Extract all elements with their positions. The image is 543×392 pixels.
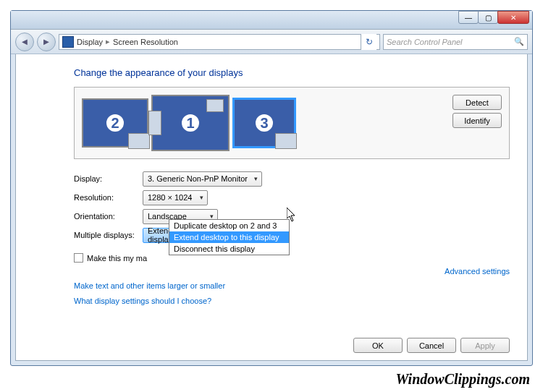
maximize-button[interactable]: ▢ — [478, 11, 498, 24]
search-placeholder: Search Control Panel — [387, 38, 463, 46]
content-area: Change the appearance of your displays 2… — [15, 54, 528, 361]
nav-bar: ◄ ► Display ▸ Screen Resolution ↻ Search… — [11, 30, 532, 54]
dropdown-option-extend[interactable]: Extend desktop to this display — [169, 231, 289, 243]
cancel-button[interactable]: Cancel — [407, 338, 456, 353]
monitor-1[interactable]: 1 — [151, 95, 230, 151]
make-main-label: Make this my ma — [87, 254, 147, 263]
resolution-select[interactable]: 1280 × 1024 — [143, 190, 208, 205]
resolution-label: Resolution: — [74, 193, 143, 202]
chevron-right-icon: ▸ — [106, 37, 110, 46]
dropdown-option-duplicate[interactable]: Duplicate desktop on 2 and 3 — [169, 220, 289, 231]
monitor-number: 1 — [180, 112, 201, 134]
monitor-number: 2 — [104, 112, 126, 134]
multiple-displays-dropdown: Duplicate desktop on 2 and 3 Extend desk… — [169, 219, 290, 255]
display-label: Display: — [74, 174, 143, 183]
close-button[interactable]: ✕ — [497, 11, 529, 24]
window-thumbnail-icon — [128, 133, 150, 149]
monitor-2[interactable]: 2 — [82, 98, 148, 148]
help-link[interactable]: What display settings should I choose? — [74, 294, 510, 309]
dropdown-option-disconnect[interactable]: Disconnect this display — [169, 243, 289, 255]
address-bar[interactable]: Display ▸ Screen Resolution ↻ — [59, 34, 380, 50]
ok-button[interactable]: OK — [353, 338, 403, 353]
breadcrumb-display[interactable]: Display — [77, 38, 103, 46]
minimize-button[interactable]: — — [458, 11, 479, 24]
text-size-link[interactable]: Make text and other items larger or smal… — [74, 278, 510, 294]
window-thumbnail-icon — [275, 133, 297, 149]
control-panel-icon — [62, 36, 74, 48]
window-thumbnail-icon — [206, 99, 224, 112]
multiple-displays-label: Multiple displays: — [74, 231, 143, 239]
search-input[interactable]: Search Control Panel 🔍 — [383, 34, 528, 50]
watermark: WindowClippings.com — [396, 371, 530, 388]
display-select[interactable]: 3. Generic Non-PnP Monitor — [143, 171, 262, 187]
cursor-icon — [287, 208, 297, 222]
refresh-button[interactable]: ↻ — [361, 34, 376, 50]
window: — ▢ ✕ ◄ ► Display ▸ Screen Resolution ↻ … — [10, 10, 533, 366]
forward-button[interactable]: ► — [37, 33, 56, 51]
search-icon: 🔍 — [514, 37, 524, 46]
page-title: Change the appearance of your displays — [74, 67, 510, 78]
title-bar: — ▢ ✕ — [11, 11, 532, 30]
detect-button[interactable]: Detect — [452, 95, 502, 110]
make-main-checkbox[interactable] — [74, 253, 83, 263]
breadcrumb-screen-resolution[interactable]: Screen Resolution — [113, 38, 178, 46]
advanced-settings-link[interactable]: Advanced settings — [445, 267, 510, 276]
apply-button[interactable]: Apply — [460, 338, 510, 353]
window-thumbnail-icon — [148, 111, 161, 135]
monitor-number: 3 — [253, 112, 275, 134]
identify-button[interactable]: Identify — [452, 113, 502, 128]
monitor-3[interactable]: 3 — [232, 98, 296, 148]
orientation-label: Orientation: — [74, 212, 143, 221]
display-arrangement[interactable]: 2 1 3 Detect Identify — [74, 87, 510, 159]
back-button[interactable]: ◄ — [15, 33, 34, 51]
